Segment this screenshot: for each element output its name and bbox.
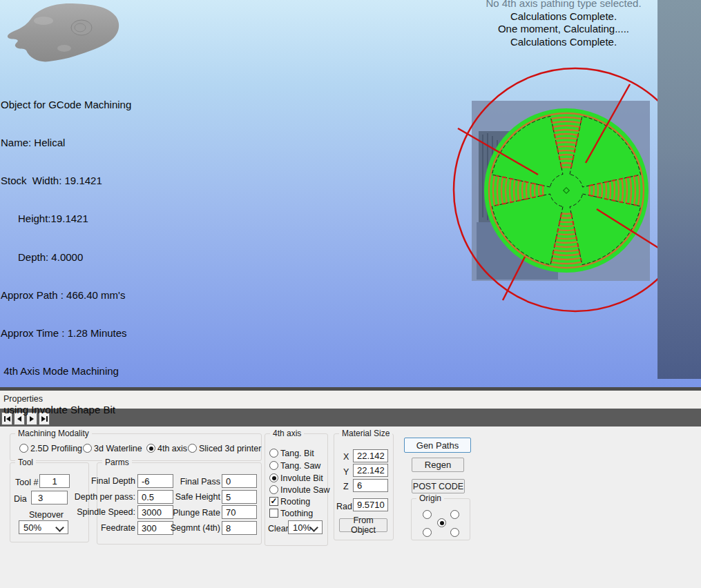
clear-label: Clear [268, 524, 289, 533]
from-object-button[interactable]: From Object [339, 518, 387, 532]
material-rad-label: Rad [336, 502, 352, 511]
depth-per-pass-label: Depth per pass: [69, 492, 135, 502]
object-info: Object for GCode Machining Name: Helical… [1, 73, 131, 442]
toothing-label: Toothing [280, 509, 313, 518]
viewport-side-strip [657, 0, 701, 379]
radio-sliced-3d-printer[interactable] [188, 444, 197, 453]
stepover-value: 50% [23, 522, 41, 533]
spindle-speed-label: Spindle Speed: [69, 507, 135, 517]
depth-per-pass-field[interactable] [137, 490, 173, 504]
post-code-button[interactable]: POST CODE [412, 479, 465, 493]
material-z-field[interactable] [353, 479, 388, 492]
status-line: Calculations Complete. [442, 10, 685, 23]
3d-viewport[interactable]: No 4th axis pathing type selected. Calcu… [0, 0, 701, 387]
plunge-rate-field[interactable] [222, 505, 257, 519]
safe-height-label: Safe Height [169, 492, 220, 502]
parms-group-label: Parms [102, 458, 132, 467]
radio-3d-waterline[interactable] [83, 444, 92, 453]
radio-tang-saw-label: Tang. Saw [280, 461, 320, 471]
chevron-down-icon [55, 523, 64, 532]
tool-dia-field[interactable] [31, 491, 68, 504]
status-line: One moment, Calculating..... [442, 23, 685, 36]
tool-number-label: Tool # [15, 478, 38, 487]
rooting-label: Rooting [280, 497, 310, 507]
final-depth-label: Final Depth [83, 476, 135, 486]
radio-tang-bit[interactable] [269, 449, 278, 458]
status-line: Calculations Complete. [442, 36, 685, 49]
tool-dia-label: Dia [14, 494, 27, 504]
final-depth-field[interactable] [137, 474, 173, 488]
radio-involute-saw[interactable] [269, 485, 278, 494]
tool-number-field[interactable] [39, 474, 70, 488]
regen-button[interactable]: Regen [412, 458, 464, 472]
head-model [2, 0, 133, 69]
segmnt-4th-field[interactable] [222, 521, 257, 535]
radio-3d-waterline-label: 3d Waterline [94, 444, 142, 453]
material-rad-field[interactable] [353, 498, 388, 511]
radio-25d-profiling[interactable] [19, 444, 28, 453]
radio-involute-bit[interactable] [269, 473, 278, 482]
toothing-checkbox[interactable] [269, 509, 278, 518]
radio-involute-bit-label: Involute Bit [280, 473, 323, 483]
safe-height-field[interactable] [222, 490, 257, 504]
material-size-group-label: Material Size [339, 429, 392, 438]
spindle-speed-field[interactable] [137, 505, 173, 519]
clear-value: 10% [293, 522, 311, 533]
radio-tang-saw[interactable] [269, 461, 278, 470]
stepover-label: Stepover [29, 510, 64, 520]
chevron-down-icon [309, 523, 318, 532]
segmnt-4th-label: Segmnt (4th) [166, 523, 220, 533]
final-pass-label: Final Pass [169, 477, 220, 487]
fourth-axis-group-label: 4th axis [270, 429, 304, 438]
status-messages: No 4th axis pathing type selected. Calcu… [442, 0, 685, 48]
application-window: No 4th axis pathing type selected. Calcu… [0, 0, 701, 588]
final-pass-field[interactable] [222, 474, 257, 488]
toolpath-disc [484, 108, 649, 273]
origin-top-right-radio[interactable] [450, 510, 459, 519]
material-x-field[interactable] [353, 449, 388, 462]
origin-bottom-right-radio[interactable] [450, 528, 459, 537]
radio-4th-axis-label: 4th axis [157, 444, 187, 453]
stepover-dropdown[interactable]: 50% [19, 520, 68, 534]
gen-paths-button[interactable]: Gen Paths [404, 438, 471, 453]
feedrate-label: Feedrate [83, 523, 135, 533]
material-y-field[interactable] [353, 464, 388, 477]
radio-sliced-3d-printer-label: Sliced 3d printer [199, 444, 261, 453]
origin-center-radio[interactable] [437, 518, 446, 527]
clear-dropdown[interactable]: 10% [288, 520, 323, 534]
origin-group-label: Origin [416, 493, 444, 503]
status-line: No 4th axis pathing type selected. [442, 0, 685, 10]
material-y-label: Y [343, 467, 349, 477]
material-x-label: X [343, 452, 349, 462]
rooting-checkbox[interactable]: ✓ [269, 497, 278, 506]
plunge-rate-label: Plunge Rate [169, 508, 220, 518]
origin-bottom-left-radio[interactable] [423, 528, 432, 537]
radio-25d-profiling-label: 2.5D Profiling [30, 444, 82, 453]
origin-top-left-radio[interactable] [423, 510, 432, 519]
tool-group-label: Tool [15, 458, 36, 467]
radio-tang-bit-label: Tang. Bit [280, 449, 314, 458]
material-z-label: Z [343, 482, 349, 491]
radio-4th-axis[interactable] [146, 444, 155, 453]
radio-involute-saw-label: Involute Saw [280, 485, 330, 495]
